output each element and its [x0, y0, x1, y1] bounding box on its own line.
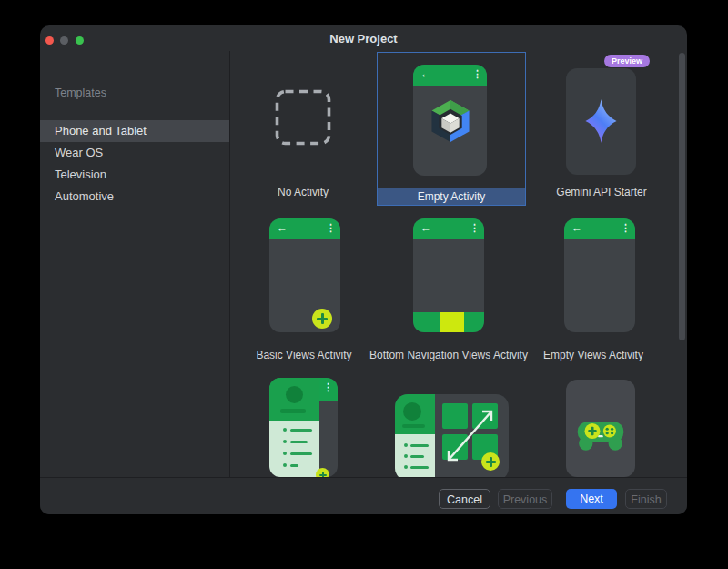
- appbar: ← ⋮: [564, 218, 635, 239]
- tile-label: Gemini API Starter: [529, 186, 674, 198]
- vertical-scrollbar[interactable]: [679, 53, 685, 340]
- phone-mockup: ← ⋮: [564, 218, 635, 332]
- appbar: ← ⋮: [269, 218, 340, 239]
- titlebar: New Project: [40, 25, 687, 51]
- navigation-drawer-template-icon: ⋮: [269, 378, 338, 477]
- jetpack-compose-logo-icon: [424, 95, 477, 147]
- sidebar-item-television[interactable]: Television: [40, 164, 229, 186]
- avatar: [286, 386, 303, 403]
- cancel-button[interactable]: Cancel: [439, 489, 490, 509]
- phone-mockup: [566, 68, 636, 175]
- sidebar-item-automotive[interactable]: Automotive: [40, 186, 229, 208]
- phone-mockup: ← ⋮: [269, 218, 340, 332]
- back-arrow-icon: ←: [571, 221, 582, 234]
- game-controller-template-icon: [576, 418, 625, 452]
- fab-plus-icon: [481, 452, 500, 471]
- phone-mockup: [566, 380, 635, 477]
- overflow-menu-icon: ⋮: [470, 222, 480, 234]
- sidebar-header: Templates: [55, 86, 106, 99]
- previous-button[interactable]: Previous: [498, 489, 552, 509]
- appbar: ← ⋮: [413, 65, 487, 86]
- tile-empty-activity[interactable]: ← ⋮ Empty Activity: [377, 52, 526, 206]
- adaptive-layout-template-icon: [395, 394, 509, 477]
- fab-plus-icon: [312, 309, 332, 329]
- overflow-menu-icon: ⋮: [326, 222, 336, 234]
- templates-sidebar: Templates Phone and Tablet Wear OS Telev…: [40, 51, 230, 477]
- back-arrow-icon: ←: [420, 221, 431, 234]
- back-arrow-icon: ←: [277, 221, 288, 234]
- phone-mockup: ← ⋮: [413, 218, 484, 332]
- back-arrow-icon: ←: [420, 67, 431, 80]
- tile-label: Basic Views Activity: [231, 349, 377, 361]
- bottom-nav-bar-icon: [413, 312, 484, 332]
- finish-button[interactable]: Finish: [625, 489, 667, 509]
- template-grid: No Activity ← ⋮ Empt: [230, 51, 687, 477]
- appbar: ← ⋮: [413, 218, 484, 239]
- nav-drawer: [269, 378, 319, 477]
- tile-label: No Activity: [230, 186, 376, 198]
- overflow-menu-icon: ⋮: [621, 222, 631, 234]
- preview-badge: Preview: [604, 55, 650, 67]
- tile-label: Bottom Navigation Views Activity: [358, 349, 540, 361]
- tile-label-selected: Empty Activity: [378, 188, 525, 205]
- dashed-square-icon: [275, 89, 331, 146]
- dialog-title: New Project: [40, 32, 687, 46]
- fab-plus-icon: [316, 468, 329, 477]
- overflow-menu-icon: ⋮: [323, 381, 333, 393]
- tile-label: Empty Views Activity: [521, 349, 666, 361]
- overflow-menu-icon: ⋮: [472, 68, 482, 80]
- gemini-spark-icon: [582, 98, 620, 144]
- sidebar-item-phone-and-tablet[interactable]: Phone and Tablet: [40, 120, 229, 142]
- sidebar-item-wear-os[interactable]: Wear OS: [40, 142, 229, 164]
- next-button[interactable]: Next: [566, 489, 617, 509]
- phone-mockup: ← ⋮: [413, 65, 487, 176]
- dialog-footer: Cancel Previous Next Finish: [40, 477, 687, 514]
- new-project-dialog: New Project Templates Phone and Tablet W…: [40, 25, 687, 514]
